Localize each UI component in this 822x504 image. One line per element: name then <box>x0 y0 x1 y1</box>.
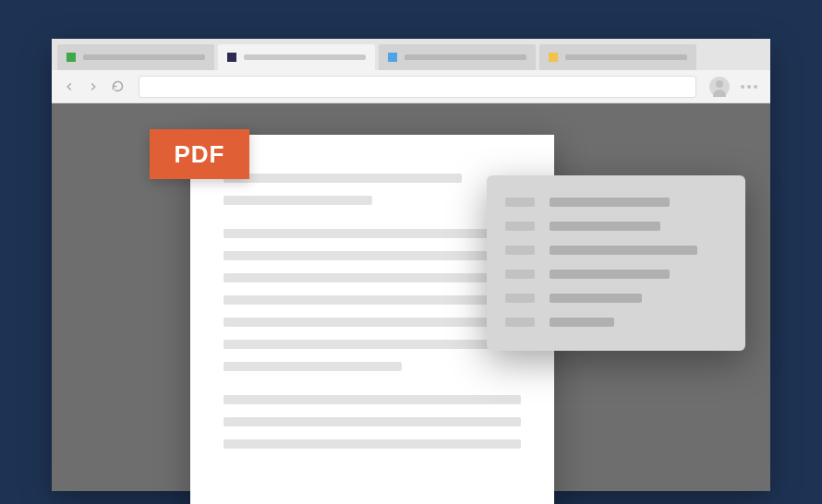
menu-item-label <box>550 246 697 255</box>
doc-text-line <box>224 340 521 349</box>
tab-title-1 <box>83 54 205 60</box>
tab-4[interactable] <box>539 44 696 70</box>
doc-text-line <box>224 395 521 404</box>
context-menu-item[interactable] <box>505 318 727 327</box>
doc-text-line <box>224 362 402 371</box>
tab-title-2 <box>244 54 366 60</box>
toolbar <box>52 70 770 103</box>
menu-item-label <box>550 222 660 231</box>
avatar-icon[interactable] <box>709 77 730 97</box>
tab-favicon-1 <box>66 53 76 62</box>
doc-text-line <box>224 251 521 260</box>
tab-1[interactable] <box>57 44 214 70</box>
context-menu-item[interactable] <box>505 222 727 231</box>
tab-title-4 <box>565 54 687 60</box>
menu-item-label <box>550 294 642 303</box>
doc-text-line <box>224 417 521 426</box>
tab-2-active[interactable] <box>218 44 375 70</box>
doc-text-line <box>224 439 521 449</box>
doc-text-line <box>224 229 521 238</box>
menu-item-icon <box>505 198 535 207</box>
doc-text-line <box>224 273 521 282</box>
back-button[interactable] <box>61 78 78 95</box>
menu-item-icon <box>505 222 535 231</box>
doc-text-line <box>224 174 462 183</box>
context-menu-item[interactable] <box>505 198 727 207</box>
forward-button[interactable] <box>85 78 102 95</box>
menu-item-icon <box>505 294 535 303</box>
tab-bar <box>52 39 770 70</box>
context-menu <box>487 175 745 351</box>
menu-item-label <box>550 318 614 327</box>
menu-item-icon <box>505 318 535 327</box>
menu-item-label <box>550 198 670 207</box>
tab-3[interactable] <box>379 44 536 70</box>
menu-item-label <box>550 270 670 279</box>
tab-favicon-4 <box>549 53 558 62</box>
address-bar[interactable] <box>139 76 696 98</box>
context-menu-item[interactable] <box>505 270 727 279</box>
doc-text-line <box>224 196 372 205</box>
context-menu-item[interactable] <box>505 246 727 255</box>
reload-button[interactable] <box>109 78 126 95</box>
menu-item-icon <box>505 270 535 279</box>
menu-item-icon <box>505 246 535 255</box>
tab-favicon-3 <box>388 53 397 62</box>
pdf-badge: PDF <box>150 129 249 179</box>
doc-text-line <box>224 295 521 305</box>
tab-title-3 <box>405 54 526 60</box>
tab-favicon-2 <box>227 53 236 62</box>
pdf-badge-label: PDF <box>175 140 225 169</box>
doc-text-line <box>224 318 521 327</box>
context-menu-item[interactable] <box>505 294 727 303</box>
more-menu-button[interactable] <box>737 85 761 89</box>
